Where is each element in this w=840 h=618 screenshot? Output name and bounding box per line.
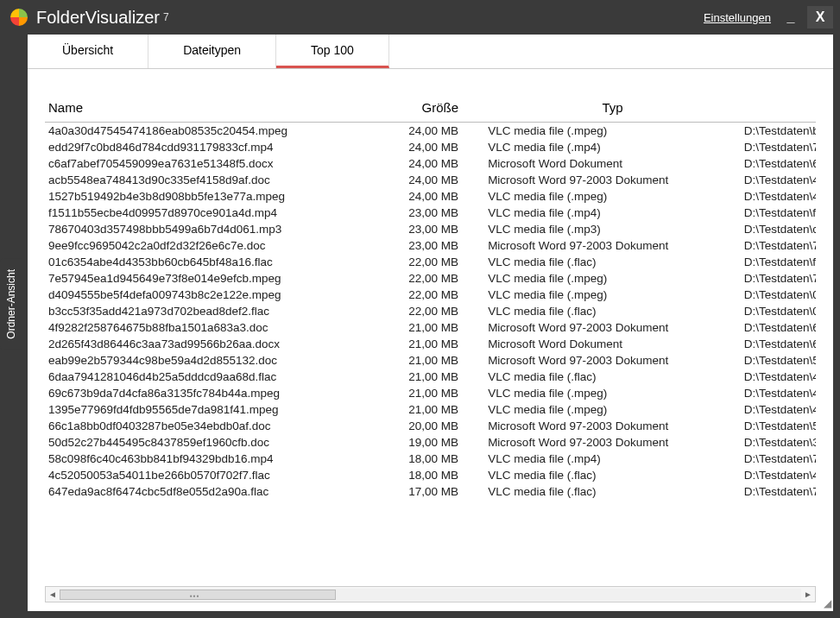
cell-name: 4f9282f258764675b88fba1501a683a3.doc	[45, 319, 379, 336]
scrollbar-thumb[interactable]: ▪▪▪	[60, 590, 336, 600]
table-row[interactable]: 4c52050053a54011be266b0570f702f7.flac18,…	[45, 467, 816, 483]
resize-grip-icon[interactable]: ◢	[824, 597, 831, 609]
cell-path: D:\Testdaten\06fc8d25138f4897bc	[741, 303, 816, 319]
cell-path: D:\Testdaten\ff18f4a12a5840d8af	[741, 205, 816, 221]
cell-path: D:\Testdaten\492626fc6350418c9l	[741, 467, 816, 483]
cell-size: 22,00 MB	[379, 254, 484, 270]
cell-size: 23,00 MB	[379, 221, 484, 237]
cell-path: D:\Testdaten\4b5be0cbc16c4e659	[741, 385, 816, 401]
cell-type: VLC media file (.mp3)	[484, 221, 741, 237]
table-row[interactable]: 9ee9fcc9695042c2a0df2d32f26e6c7e.doc23,0…	[45, 237, 816, 254]
cell-path: D:\Testdaten\735b3e8b64764f8d8	[741, 139, 816, 155]
cell-type: Microsoft Word 97-2003 Dokument	[484, 418, 741, 434]
cell-path: D:\Testdaten\48b57b7ad4174ba88	[741, 401, 816, 418]
cell-size: 22,00 MB	[379, 270, 484, 287]
col-header-path[interactable]	[741, 95, 816, 123]
cell-type: VLC media file (.mpeg)	[484, 123, 741, 140]
cell-name: 4a0a30d47545474186eab08535c20454.mpeg	[45, 123, 379, 140]
cell-path: D:\Testdaten\71d88ec4909d44d78	[741, 270, 816, 287]
cell-path: D:\Testdaten\5d02a41a30e342cb9	[741, 418, 816, 434]
cell-type: VLC media file (.flac)	[484, 254, 741, 270]
cell-name: 4c52050053a54011be266b0570f702f7.flac	[45, 467, 379, 483]
cell-name: 647eda9ac8f6474cbc5df8e055d2a90a.flac	[45, 483, 379, 500]
cell-type: Microsoft Word 97-2003 Dokument	[484, 434, 741, 451]
table-scroll-area[interactable]: Name Größe Typ 4a0a30d47545474186eab0853…	[45, 95, 816, 587]
table-row[interactable]: 78670403d357498bbb5499a6b7d4d061.mp323,0…	[45, 221, 816, 237]
cell-type: VLC media file (.flac)	[484, 483, 741, 500]
table-row[interactable]: 58c098f6c40c463bb841bf94329bdb16.mp418,0…	[45, 451, 816, 467]
cell-name: c6af7abef705459099ea7631e51348f5.docx	[45, 155, 379, 172]
cell-size: 24,00 MB	[379, 155, 484, 172]
col-header-size[interactable]: Größe	[379, 95, 484, 123]
cell-size: 21,00 MB	[379, 352, 484, 369]
tab-übersicht[interactable]: Übersicht	[28, 35, 148, 68]
table-row[interactable]: 4f9282f258764675b88fba1501a683a3.doc21,0…	[45, 319, 816, 336]
app-version: 7	[163, 11, 169, 23]
table-row[interactable]: 66c1a8bb0df0403287be05e34ebdb0af.doc20,0…	[45, 418, 816, 434]
cell-name: d4094555be5f4defa009743b8c2e122e.mpeg	[45, 287, 379, 303]
cell-type: Microsoft Word 97-2003 Dokument	[484, 352, 741, 369]
cell-size: 19,00 MB	[379, 434, 484, 451]
cell-name: 50d52c27b445495c8437859ef1960cfb.doc	[45, 434, 379, 451]
cell-type: VLC media file (.mp4)	[484, 139, 741, 155]
cell-type: VLC media file (.mpeg)	[484, 287, 741, 303]
table-row[interactable]: d4094555be5f4defa009743b8c2e122e.mpeg22,…	[45, 287, 816, 303]
content-panel: Ordner-Ansicht ÜbersichtDateitypenTop 10…	[28, 35, 833, 611]
file-table: Name Größe Typ 4a0a30d47545474186eab0853…	[45, 95, 816, 500]
folder-view-sidetab[interactable]: Ordner-Ansicht	[0, 259, 22, 350]
close-button[interactable]: X	[807, 6, 833, 28]
table-row[interactable]: 01c6354abe4d4353bb60cb645bf48a16.flac22,…	[45, 254, 816, 270]
settings-link[interactable]: Einstellungen	[704, 11, 771, 24]
cell-name: 78670403d357498bbb5499a6b7d4d061.mp3	[45, 221, 379, 237]
table-row[interactable]: 1527b519492b4e3b8d908bb5fe13e77a.mpeg24,…	[45, 188, 816, 205]
cell-size: 21,00 MB	[379, 385, 484, 401]
table-row[interactable]: eab99e2b579344c98be59a4d2d855132.doc21,0…	[45, 352, 816, 369]
cell-name: f1511b55ecbe4d09957d8970ce901a4d.mp4	[45, 205, 379, 221]
cell-type: VLC media file (.mpeg)	[484, 270, 741, 287]
cell-path: D:\Testdaten\64be233dfb3841aca	[741, 155, 816, 172]
cell-type: VLC media file (.flac)	[484, 369, 741, 385]
cell-size: 21,00 MB	[379, 336, 484, 352]
scrollbar-track[interactable]: ▪▪▪	[60, 589, 801, 601]
cell-name: eab99e2b579344c98be59a4d2d855132.doc	[45, 352, 379, 369]
cell-path: D:\Testdaten\71d88ec4909d44d78	[741, 451, 816, 467]
cell-type: Microsoft Word Dokument	[484, 155, 741, 172]
minimize-button[interactable]: _	[778, 6, 804, 28]
table-row[interactable]: b3cc53f35add421a973d702bead8def2.flac22,…	[45, 303, 816, 319]
scroll-right-arrow-icon[interactable]: ►	[801, 590, 815, 599]
cell-name: 7e57945ea1d945649e73f8e014e9efcb.mpeg	[45, 270, 379, 287]
table-row[interactable]: edd29f7c0bd846d784cdd931179833cf.mp424,0…	[45, 139, 816, 155]
cell-type: Microsoft Word 97-2003 Dokument	[484, 237, 741, 254]
cell-path: D:\Testdaten\b0bb1d068ba149c7a	[741, 123, 816, 140]
cell-type: VLC media file (.mpeg)	[484, 401, 741, 418]
table-row[interactable]: 2d265f43d86446c3aa73ad99566b26aa.docx21,…	[45, 336, 816, 352]
cell-size: 21,00 MB	[379, 319, 484, 336]
table-row[interactable]: acb5548ea748413d90c335ef4158d9af.doc24,0…	[45, 172, 816, 188]
cell-type: Microsoft Word Dokument	[484, 336, 741, 352]
app-title: FolderVisualizer	[36, 8, 160, 28]
cell-size: 18,00 MB	[379, 467, 484, 483]
col-header-name[interactable]: Name	[45, 95, 379, 123]
tab-dateitypen[interactable]: Dateitypen	[148, 35, 276, 68]
table-row[interactable]: 50d52c27b445495c8437859ef1960cfb.doc19,0…	[45, 434, 816, 451]
cell-size: 24,00 MB	[379, 139, 484, 155]
table-row[interactable]: 1395e77969fd4fdb95565de7da981f41.mpeg21,…	[45, 401, 816, 418]
tab-top-100[interactable]: Top 100	[276, 35, 389, 68]
horizontal-scrollbar[interactable]: ◄ ▪▪▪ ►	[45, 587, 816, 602]
cell-name: 9ee9fcc9695042c2a0df2d32f26e6c7e.doc	[45, 237, 379, 254]
cell-size: 20,00 MB	[379, 418, 484, 434]
table-row[interactable]: 7e57945ea1d945649e73f8e014e9efcb.mpeg22,…	[45, 270, 816, 287]
cell-type: Microsoft Word 97-2003 Dokument	[484, 172, 741, 188]
table-row[interactable]: c6af7abef705459099ea7631e51348f5.docx24,…	[45, 155, 816, 172]
cell-size: 21,00 MB	[379, 369, 484, 385]
table-row[interactable]: 6daa7941281046d4b25a5dddcd9aa68d.flac21,…	[45, 369, 816, 385]
col-header-type[interactable]: Typ	[484, 95, 741, 123]
cell-size: 23,00 MB	[379, 237, 484, 254]
table-row[interactable]: f1511b55ecbe4d09957d8970ce901a4d.mp423,0…	[45, 205, 816, 221]
app-window: FolderVisualizer 7 Einstellungen _ X Ord…	[0, 0, 840, 618]
table-row[interactable]: 69c673b9da7d4cfa86a3135fc784b44a.mpeg21,…	[45, 385, 816, 401]
scroll-left-arrow-icon[interactable]: ◄	[46, 590, 60, 599]
table-row[interactable]: 4a0a30d47545474186eab08535c20454.mpeg24,…	[45, 123, 816, 140]
cell-path: D:\Testdaten\4b5be0cbc16c4e659	[741, 369, 816, 385]
table-row[interactable]: 647eda9ac8f6474cbc5df8e055d2a90a.flac17,…	[45, 483, 816, 500]
